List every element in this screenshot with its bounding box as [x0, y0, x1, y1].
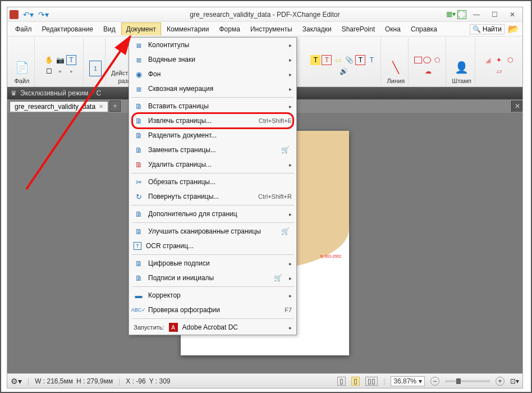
oval-icon[interactable] [423, 57, 431, 63]
menu-document[interactable]: Документ [121, 22, 161, 35]
rect-icon[interactable] [414, 57, 422, 63]
fullscreen-icon[interactable]: ⛶ [457, 10, 466, 19]
undo-icon[interactable]: ↶▾ [23, 10, 34, 19]
menu-watermarks[interactable]: ≣Водяные знаки▸ [129, 52, 296, 67]
options-icon[interactable]: ▦▾ [446, 10, 455, 19]
polygon-icon[interactable]: ⬠ [432, 55, 442, 65]
attachment-icon[interactable]: 📎 [344, 55, 354, 65]
menu-view[interactable]: Вид [99, 23, 120, 35]
options-gear-icon[interactable]: ⚙▾ [11, 377, 22, 386]
select-tool-icon[interactable]: ☐ [44, 66, 54, 76]
menu-bookmarks[interactable]: Закладки [298, 23, 336, 35]
menu-spellcheck[interactable]: ABC✓Проверка орфографииF7 [129, 303, 296, 317]
submenu-arrow-icon: ▸ [289, 162, 292, 168]
measure-icon[interactable]: ▱ [494, 66, 504, 76]
menu-file[interactable]: Файл [11, 23, 36, 35]
ribbon-group-stamp: 👤 Штамп [448, 38, 475, 85]
line-icon[interactable]: ╲ [387, 58, 405, 76]
zoom-in-button[interactable]: + [496, 377, 505, 386]
spell-icon: ABC✓ [134, 305, 144, 315]
text-tool-icon[interactable]: T [66, 55, 76, 65]
menu-bates[interactable]: ≣Сквозная нумерация▸ [129, 81, 296, 96]
shortcut-label: Ctrl+Shift+R [258, 193, 292, 200]
zoom-input[interactable]: 36,87% ▾ [391, 376, 425, 386]
snapshot-icon[interactable]: 📷 [55, 55, 65, 65]
extras-icon: 🗎 [134, 209, 144, 219]
layout-single-icon[interactable]: ▯ [337, 377, 346, 386]
shortcut-label: Ctrl+Shift+E [259, 117, 292, 124]
menu-sharepoint[interactable]: SharePoint [337, 23, 379, 35]
typewriter-icon[interactable]: T [366, 55, 377, 65]
close-button[interactable]: ✕ [505, 10, 520, 20]
close-all-tabs-button[interactable]: ✕ [511, 100, 522, 112]
menu-background[interactable]: ◉Фон▸ [129, 67, 296, 81]
hand-tool-icon[interactable]: ✋ [44, 55, 54, 65]
document-tab[interactable]: gre_research_validity_data ✕ [10, 101, 108, 112]
page-num-icon[interactable]: 1 [89, 61, 102, 76]
menu-form[interactable]: Форма [214, 23, 244, 35]
folder-search-icon[interactable]: 📂 [508, 24, 519, 34]
file-icon[interactable]: 📄 [13, 58, 31, 76]
highlight-icon[interactable]: T [310, 55, 320, 65]
menu-split[interactable]: 🗎Разделить документ... [129, 128, 296, 143]
minimize-button[interactable]: — [469, 10, 484, 20]
menu-insert-pages[interactable]: 🗎Вставить страницы▸ [129, 99, 296, 113]
submenu-arrow-icon: ▸ [289, 86, 292, 92]
find-label: Найти [483, 25, 502, 33]
menu-comments[interactable]: Комментарии [162, 23, 214, 35]
menu-edit[interactable]: Редактирование [38, 23, 98, 35]
note-icon[interactable]: ▭ [333, 55, 343, 65]
menu-rotate[interactable]: ↻Повернуть страницы...Ctrl+Shift+R [129, 189, 296, 204]
menu-extract-pages[interactable]: 🗎Извлечь страницы...Ctrl+Shift+E [129, 113, 296, 128]
launch-label: Запустить: [134, 322, 164, 332]
menu-replace[interactable]: 🗎Заменить страницы...🛒 [129, 143, 296, 157]
size-w-label: W : 216,5мм [35, 377, 73, 385]
cloud-icon[interactable]: ☁ [423, 66, 433, 76]
callout-icon[interactable]: T [355, 55, 365, 65]
acrobat-icon: A [169, 323, 178, 332]
menu-headers-footers[interactable]: ≣Колонтитулы▸ [129, 38, 296, 52]
zoom-slider[interactable] [445, 380, 490, 382]
menu-page-extras[interactable]: 🗎Дополнительно для страниц▸ [129, 207, 296, 221]
layout-facing-icon[interactable]: ▯▯ [365, 377, 378, 386]
maximize-button[interactable]: ☐ [487, 10, 502, 20]
menu-window[interactable]: Окна [380, 23, 405, 35]
menu-tools[interactable]: Инструменты [246, 23, 297, 35]
ribbon-group-page: 1 [86, 38, 106, 85]
watermark-icon: ≣ [134, 54, 144, 65]
fit-page-icon[interactable]: ⊡▾ [510, 377, 519, 385]
menu-delete[interactable]: 🗎Удалить страницы...▸ [129, 157, 296, 172]
menu-enhance[interactable]: 🗎Улучшить сканированные страницы🛒 [129, 224, 296, 239]
mode-label: Эксклюзивный режим [20, 89, 88, 97]
menu-initials[interactable]: 🗎Подписи и инициалы🛒▸ [129, 271, 296, 285]
menu-launch[interactable]: Запустить:AAdobe Acrobat DC▸ [129, 320, 296, 335]
sound-icon[interactable]: 🔊 [338, 66, 348, 76]
zoom-out-button[interactable]: − [430, 377, 439, 386]
new-tab-button[interactable]: + [109, 100, 121, 112]
more-tool-icon[interactable]: ▫ [55, 66, 65, 76]
menu-crop[interactable]: ✂Обрезать страницы... [129, 175, 296, 189]
quick-access-toolbar: ↶▾ ↷▾ [23, 10, 49, 19]
zoom-slider-thumb[interactable] [456, 378, 461, 384]
document-menu-dropdown: ≣Колонтитулы▸ ≣Водяные знаки▸ ◉Фон▸ ≣Скв… [129, 37, 297, 335]
menu-signatures[interactable]: 🗎Цифровые подписи▸ [129, 256, 296, 271]
initials-icon: 🗎 [134, 273, 144, 283]
line-label: Линия [387, 77, 405, 84]
menu-ocr[interactable]: TOCR страниц... [129, 239, 296, 253]
search-icon: 🔍 [473, 25, 481, 33]
redact-icon[interactable]: ✦ [494, 55, 504, 65]
submenu-arrow-icon: ▸ [289, 293, 292, 299]
layout-cont-icon[interactable]: ▯ [351, 377, 360, 386]
stamp-icon[interactable]: 👤 [453, 58, 471, 76]
tab-close-icon[interactable]: ✕ [99, 103, 103, 109]
shape-icon[interactable]: ⬡ [505, 55, 515, 65]
find-box[interactable]: 🔍 Найти [470, 24, 505, 34]
menu-help[interactable]: Справка [406, 23, 442, 35]
split-icon: 🗎 [134, 130, 144, 140]
menu-redact[interactable]: ▬Корректор▸ [129, 288, 296, 303]
textbox-icon[interactable]: T [322, 55, 332, 65]
eraser-icon[interactable]: ◢ [483, 55, 493, 65]
more-tool-icon-2[interactable]: ▫ [66, 66, 76, 76]
zoom-dropdown-icon[interactable]: ▾ [419, 377, 422, 385]
redo-icon[interactable]: ↷▾ [38, 10, 49, 19]
